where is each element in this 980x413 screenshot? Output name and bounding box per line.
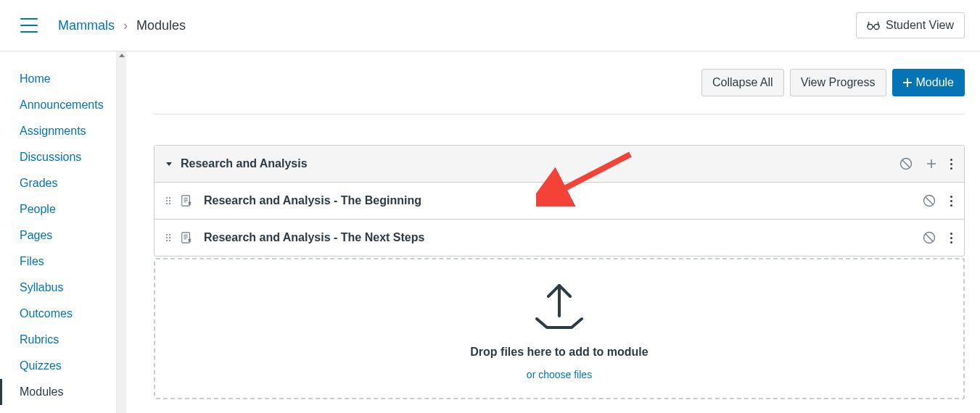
module-item-actions <box>923 231 952 244</box>
student-view-label: Student View <box>886 19 954 32</box>
assignment-icon <box>181 195 192 206</box>
sidebar-item-announcements[interactable]: Announcements <box>0 92 126 118</box>
module-item[interactable]: Research and Analysis - The Next Steps <box>155 220 964 256</box>
add-module-button[interactable]: Module <box>892 69 965 96</box>
chevron-right-icon: › <box>123 18 128 33</box>
sidebar-item-quizzes[interactable]: Quizzes <box>0 353 126 379</box>
topbar: Mammals › Modules Student View <box>0 0 980 51</box>
sidebar-item-rubrics[interactable]: Rubrics <box>0 327 126 353</box>
glasses-icon <box>867 20 880 30</box>
sidebar-item-home[interactable]: Home <box>0 66 126 92</box>
sidebar-item-modules[interactable]: Modules <box>0 379 126 405</box>
unpublished-icon[interactable] <box>923 231 936 244</box>
dropzone-instruction: Drop files here to add to module <box>155 346 963 359</box>
sidebar-item-syllabus[interactable]: Syllabus <box>0 275 126 301</box>
course-nav-sidebar: Home Announcements Assignments Discussio… <box>0 51 126 413</box>
view-progress-button[interactable]: View Progress <box>790 69 886 96</box>
add-module-label: Module <box>916 76 954 89</box>
sidebar-item-assignments[interactable]: Assignments <box>0 118 126 144</box>
student-view-button[interactable]: Student View <box>856 12 965 38</box>
sidebar-scrollbar[interactable] <box>116 51 126 413</box>
module-item[interactable]: Research and Analysis - The Beginning <box>155 183 964 220</box>
assignment-icon <box>181 232 192 243</box>
breadcrumb-course-link[interactable]: Mammals <box>58 18 115 33</box>
sidebar-item-outcomes[interactable]: Outcomes <box>0 301 126 327</box>
item-options-icon[interactable] <box>950 196 952 206</box>
hamburger-menu-icon[interactable] <box>20 18 38 33</box>
unpublished-icon[interactable] <box>923 194 936 207</box>
caret-down-icon <box>166 162 172 166</box>
add-item-icon[interactable] <box>926 158 937 170</box>
drag-handle-icon[interactable] <box>166 197 170 204</box>
module-header[interactable]: Research and Analysis <box>155 146 964 183</box>
file-drop-zone[interactable]: Drop files here to add to module or choo… <box>154 258 965 399</box>
module-header-actions <box>899 157 952 170</box>
module-actions-row: Collapse All View Progress Module <box>154 69 965 114</box>
module-item-actions <box>923 194 952 207</box>
module: Research and Analysis Research and Analy… <box>154 145 965 256</box>
sidebar-item-grades[interactable]: Grades <box>0 170 126 196</box>
module-item-title: Research and Analysis - The Next Steps <box>204 231 424 244</box>
sidebar-item-discussions[interactable]: Discussions <box>0 144 126 170</box>
scroll-up-icon <box>119 54 125 57</box>
item-options-icon[interactable] <box>950 233 952 243</box>
sidebar-item-pages[interactable]: Pages <box>0 222 126 249</box>
breadcrumb-current: Modules <box>136 18 186 33</box>
upload-icon <box>528 281 590 332</box>
module-title: Research and Analysis <box>181 157 308 170</box>
plus-icon <box>903 78 912 87</box>
sidebar-item-files[interactable]: Files <box>0 249 126 275</box>
collapse-all-button[interactable]: Collapse All <box>701 69 784 96</box>
choose-files-link[interactable]: or choose files <box>527 369 592 380</box>
unpublished-icon[interactable] <box>899 157 913 170</box>
drag-handle-icon[interactable] <box>166 234 170 241</box>
sidebar-item-people[interactable]: People <box>0 196 126 222</box>
breadcrumb: Mammals › Modules <box>58 18 186 33</box>
main-content: Collapse All View Progress Module Resear… <box>126 51 980 413</box>
module-item-title: Research and Analysis - The Beginning <box>204 194 421 207</box>
module-options-icon[interactable] <box>950 159 952 170</box>
